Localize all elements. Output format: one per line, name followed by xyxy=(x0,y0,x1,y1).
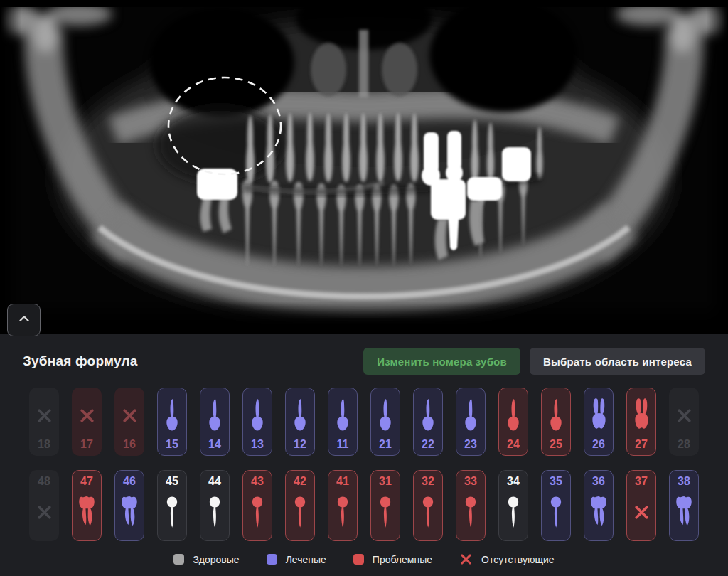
tooth-number: 14 xyxy=(208,437,221,452)
tooth-card-43[interactable]: 43 xyxy=(242,470,272,541)
tooth-number: 35 xyxy=(550,474,562,489)
tooth-card-13[interactable]: 13 xyxy=(242,388,272,456)
missing-tooth-x-icon xyxy=(73,393,101,437)
tooth-card-11[interactable]: 11 xyxy=(328,388,358,456)
tooth-card-33[interactable]: 33 xyxy=(456,470,486,541)
tooth-number: 44 xyxy=(208,474,221,489)
tooth-card-47[interactable]: 47 xyxy=(72,470,102,541)
tooth-card-48[interactable]: 48 xyxy=(29,470,59,541)
status-legend: ЗдоровыеЛеченыеПроблемныеОтсутствующие xyxy=(23,553,705,566)
tooth-card-31[interactable]: 31 xyxy=(370,470,400,541)
tooth-number: 18 xyxy=(38,437,50,452)
tooth-number: 21 xyxy=(379,437,392,452)
upper-molar-tooth-icon xyxy=(627,393,655,437)
tooth-card-17[interactable]: 17 xyxy=(72,388,102,456)
legend-color-swatch xyxy=(353,554,364,565)
upper-single-root-tooth-icon xyxy=(286,393,314,437)
legend-label: Здоровые xyxy=(193,554,239,565)
tooth-card-12[interactable]: 12 xyxy=(285,388,315,456)
tooth-card-22[interactable]: 22 xyxy=(413,388,443,456)
lower-single-root-tooth-icon xyxy=(371,489,400,535)
lower-molar-tooth-icon xyxy=(73,489,101,535)
tooth-number: 47 xyxy=(80,474,93,489)
tooth-number: 38 xyxy=(678,474,690,489)
lower-single-root-tooth-icon xyxy=(200,489,229,535)
missing-tooth-x-icon xyxy=(670,393,698,437)
tooth-card-42[interactable]: 42 xyxy=(285,470,315,541)
lower-single-root-tooth-icon xyxy=(243,489,272,535)
missing-tooth-x-icon xyxy=(627,489,655,535)
tooth-card-44[interactable]: 44 xyxy=(200,470,230,541)
tooth-number: 16 xyxy=(123,437,136,452)
tooth-number: 11 xyxy=(337,437,349,452)
tooth-card-36[interactable]: 36 xyxy=(584,470,614,541)
upper-single-root-tooth-icon xyxy=(200,393,229,437)
upper-single-root-tooth-icon xyxy=(158,393,186,437)
tooth-card-46[interactable]: 46 xyxy=(114,470,144,541)
tooth-card-26[interactable]: 26 xyxy=(584,388,614,456)
tooth-card-16[interactable]: 16 xyxy=(114,388,144,456)
tooth-card-38[interactable]: 38 xyxy=(669,470,699,541)
tooth-number: 46 xyxy=(123,474,136,489)
tooth-number: 12 xyxy=(294,437,306,452)
tooth-number: 28 xyxy=(678,437,690,452)
tooth-number: 41 xyxy=(336,474,349,489)
collapse-panel-button[interactable] xyxy=(7,304,41,336)
tooth-card-35[interactable]: 35 xyxy=(541,470,571,541)
chevron-up-icon xyxy=(16,311,32,329)
lower-single-root-tooth-icon xyxy=(414,489,442,535)
missing-tooth-x-icon xyxy=(30,393,58,437)
tooth-card-41[interactable]: 41 xyxy=(328,470,358,541)
tooth-card-14[interactable]: 14 xyxy=(200,388,230,456)
legend-color-swatch xyxy=(173,554,184,565)
tooth-number: 25 xyxy=(550,437,562,452)
change-tooth-numbers-button[interactable]: Изменить номера зубов xyxy=(363,348,520,375)
tooth-number: 13 xyxy=(251,437,264,452)
dental-formula-panel: Зубная формула Изменить номера зубов Выб… xyxy=(0,334,728,576)
legend-label: Отсутствующие xyxy=(481,554,555,565)
tooth-card-32[interactable]: 32 xyxy=(413,470,443,541)
missing-tooth-x-icon xyxy=(30,489,58,535)
legend-item: Отсутствующие xyxy=(459,553,555,566)
upper-teeth-row: 18171615141312112122232425262728 xyxy=(23,388,705,456)
panoramic-xray-image[interactable] xyxy=(0,0,728,326)
upper-single-root-tooth-icon xyxy=(414,393,442,437)
upper-single-root-tooth-icon xyxy=(328,393,357,437)
lower-single-root-tooth-icon xyxy=(328,489,357,535)
legend-item: Леченые xyxy=(267,554,326,565)
panel-header: Зубная формула Изменить номера зубов Выб… xyxy=(23,347,705,375)
tooth-card-37[interactable]: 37 xyxy=(626,470,656,541)
tooth-card-25[interactable]: 25 xyxy=(541,388,571,456)
tooth-card-18[interactable]: 18 xyxy=(29,388,59,456)
missing-tooth-x-icon xyxy=(115,393,144,437)
tooth-number: 36 xyxy=(592,474,605,489)
legend-label: Леченые xyxy=(286,554,326,565)
tooth-number: 15 xyxy=(166,437,178,452)
select-region-of-interest-button[interactable]: Выбрать область интереса xyxy=(530,348,705,375)
tooth-number: 42 xyxy=(294,474,306,489)
tooth-card-28[interactable]: 28 xyxy=(669,388,699,456)
tooth-card-15[interactable]: 15 xyxy=(157,388,187,456)
lower-single-root-tooth-icon xyxy=(456,489,485,535)
upper-single-root-tooth-icon xyxy=(499,393,528,437)
tooth-card-21[interactable]: 21 xyxy=(370,388,400,456)
tooth-card-23[interactable]: 23 xyxy=(456,388,486,456)
upper-single-root-tooth-icon xyxy=(243,393,272,437)
legend-item: Здоровые xyxy=(173,554,239,565)
lower-single-root-tooth-icon xyxy=(158,489,186,535)
app-screen: Зубная формула Изменить номера зубов Выб… xyxy=(0,0,728,576)
lower-teeth-row: 48474645444342413132333435363738 xyxy=(23,470,705,541)
legend-item: Проблемные xyxy=(353,554,432,565)
tooth-number: 33 xyxy=(464,474,477,489)
tooth-card-45[interactable]: 45 xyxy=(157,470,187,541)
lower-molar-tooth-icon xyxy=(115,489,144,535)
tooth-card-24[interactable]: 24 xyxy=(498,388,528,456)
tooth-card-27[interactable]: 27 xyxy=(626,388,656,456)
legend-color-swatch xyxy=(267,554,277,565)
tooth-number: 24 xyxy=(507,437,520,452)
upper-single-root-tooth-icon xyxy=(456,393,485,437)
tooth-number: 48 xyxy=(38,474,50,489)
tooth-card-34[interactable]: 34 xyxy=(498,470,528,541)
lower-molar-tooth-icon xyxy=(584,489,613,535)
lower-single-root-tooth-icon xyxy=(542,489,570,535)
